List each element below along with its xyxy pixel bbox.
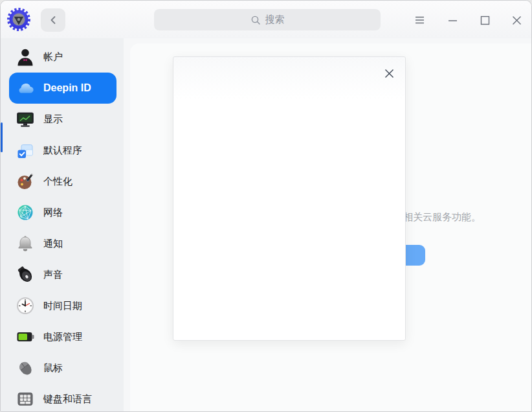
back-button[interactable]: [41, 8, 65, 32]
sidebar-item-personalization[interactable]: 个性化: [9, 166, 116, 197]
sidebar-item-label: 时间日期: [43, 300, 82, 312]
sidebar-item-label: 电源管理: [43, 331, 82, 343]
account-icon: [15, 47, 36, 67]
control-center-window: 搜索: [0, 0, 532, 412]
sidebar-item-label: 声音: [43, 269, 63, 281]
default-apps-icon: [15, 140, 36, 161]
close-icon: [384, 68, 395, 79]
window-titlebar: 搜索: [1, 1, 531, 38]
sidebar-item-label: 显示: [43, 113, 63, 126]
menu-button[interactable]: [410, 11, 428, 29]
minimize-button[interactable]: [443, 11, 461, 29]
close-button[interactable]: [507, 11, 526, 29]
search-input[interactable]: 搜索: [154, 9, 381, 30]
sidebar-item-notification[interactable]: 通知: [9, 228, 116, 259]
sidebar-item-keyboard[interactable]: 键盘和语言: [9, 383, 116, 412]
personalization-icon: [15, 171, 36, 192]
sidebar-item-label: Deepin ID: [43, 82, 91, 94]
sidebar-item-label: 键盘和语言: [43, 393, 92, 406]
notification-icon: [15, 233, 36, 254]
power-icon: [15, 326, 36, 347]
sidebar-item-label: 鼠标: [43, 362, 63, 374]
minimize-icon: [448, 16, 458, 25]
search-placeholder: 搜索: [265, 14, 285, 26]
display-icon: [15, 109, 36, 130]
dialog-close-button[interactable]: [382, 66, 396, 80]
sidebar-item-sound[interactable]: 声音: [9, 259, 116, 290]
sidebar-scrollbar[interactable]: [1, 122, 3, 152]
sidebar-item-default-apps[interactable]: 默认程序: [9, 135, 116, 166]
sidebar-item-deepin-id[interactable]: Deepin ID: [9, 73, 116, 104]
sidebar-item-label: 通知: [43, 238, 63, 250]
content-panel: 相关云服务功能。: [130, 43, 531, 411]
sidebar-item-datetime[interactable]: 时间日期: [9, 290, 116, 321]
sound-icon: [15, 264, 36, 285]
hamburger-menu-icon: [415, 16, 425, 25]
sidebar-item-network[interactable]: 网络: [9, 197, 116, 228]
chevron-left-icon: [49, 15, 58, 25]
network-icon: [15, 202, 36, 223]
sidebar-item-label: 个性化: [43, 176, 72, 188]
cloud-service-description: 相关云服务功能。: [403, 211, 481, 223]
maximize-button[interactable]: [476, 11, 494, 29]
mouse-icon: [15, 358, 36, 378]
sidebar-item-power[interactable]: 电源管理: [9, 321, 116, 352]
search-icon: [250, 15, 261, 25]
app-logo-icon: [7, 8, 30, 31]
cloud-icon: [15, 78, 36, 98]
sidebar-item-label: 网络: [43, 207, 63, 219]
deepin-id-dialog: [173, 56, 406, 341]
sidebar-item-accounts[interactable]: 帐户: [9, 41, 116, 73]
sidebar: 帐户 Deepin ID: [1, 38, 124, 411]
close-icon: [512, 16, 522, 25]
keyboard-icon: [15, 389, 36, 409]
datetime-icon: [15, 295, 36, 316]
maximize-icon: [480, 16, 490, 25]
sidebar-item-mouse[interactable]: 鼠标: [9, 352, 116, 383]
sidebar-item-label: 帐户: [43, 51, 63, 63]
sidebar-item-display[interactable]: 显示: [9, 104, 116, 135]
sidebar-item-label: 默认程序: [43, 144, 82, 157]
